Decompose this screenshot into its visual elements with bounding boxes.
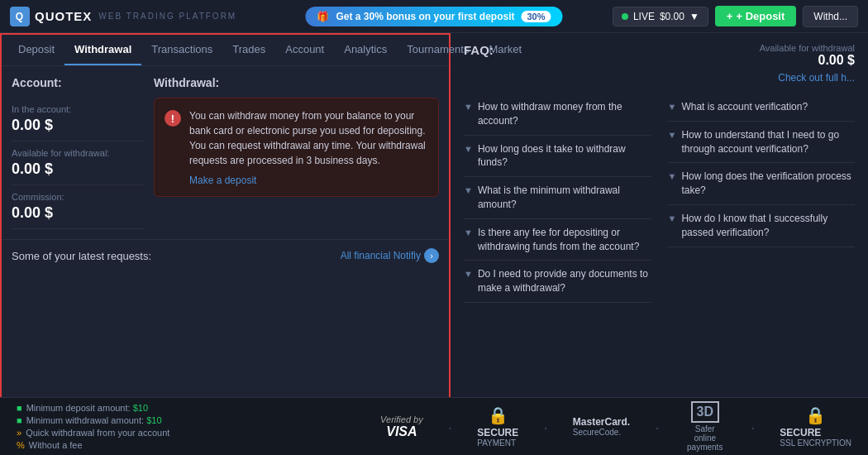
make-deposit-link[interactable]: Make a deposit — [189, 175, 428, 186]
dot-sep-4: · — [751, 419, 756, 435]
all-notif-label: All financial Notifiy — [341, 250, 421, 261]
faq-item-r1[interactable]: ▼ How to understand that I need to go th… — [668, 122, 856, 164]
faq-chevron-icon-1: ▼ — [464, 144, 473, 154]
tab-withdrawal[interactable]: Withdrawal — [64, 35, 141, 65]
withdrawal-title: Withdrawal: — [154, 76, 439, 89]
logo-icon: Q — [10, 7, 30, 26]
account-title: Account: — [12, 76, 144, 89]
verified-visa-text: Verified by VISA — [380, 414, 423, 439]
available-for-withdrawal-label: Available for withdrawal: — [12, 148, 144, 158]
ssl-secure-text: SECURE — [780, 427, 851, 438]
tab-account[interactable]: Account — [275, 35, 334, 65]
header-right: LIVE $0.00 ▼ + + Deposit Withd... — [613, 6, 858, 27]
available-item: Available for withdrawal: 0.00 $ — [12, 141, 144, 185]
main-content: Deposit Withdrawal Transactions Trades A… — [0, 33, 868, 455]
footer-icon-3: % — [17, 440, 25, 450]
mastercard-text: MasterCard. — [573, 416, 630, 428]
faq-text-r3: How do I know that I successfully passed… — [681, 212, 855, 240]
footer-text-0: Minimum deposit amount: $10 — [26, 403, 148, 413]
faq-item-4[interactable]: ▼ Do I need to provide any documents to … — [464, 261, 651, 303]
chevron-down-icon: ▼ — [689, 11, 699, 22]
3d-secure-badge: 3D Safer online payments — [684, 401, 726, 452]
lock-icon: 🔒 — [488, 405, 508, 425]
deposit-header-button[interactable]: + + Deposit — [715, 6, 796, 26]
plus-icon: + — [727, 10, 733, 22]
live-button[interactable]: LIVE $0.00 ▼ — [613, 7, 708, 26]
live-label: LIVE — [633, 11, 655, 22]
mastercard-badge: MasterCard. SecureCode. — [573, 416, 630, 437]
tab-transactions[interactable]: Transactions — [141, 35, 222, 65]
bonus-text: Get a 30% bonus on your first deposit — [336, 11, 514, 22]
securecode-label: SecureCode. — [573, 428, 630, 437]
secure-payment-badge: 🔒 SECURE PAYMENT — [477, 405, 518, 448]
payment-label: PAYMENT — [477, 438, 518, 448]
footer-item-3: % Without a fee — [17, 440, 169, 450]
faq-text-1: How long does it take to withdraw funds? — [478, 142, 651, 170]
faq-chevron-icon-0: ▼ — [464, 102, 473, 112]
right-panel: FAQ: Available for withdrawal 0.00 $ Che… — [451, 33, 868, 455]
available-for-withdrawal-value: 0.00 $ — [12, 160, 144, 178]
faq-item-0[interactable]: ▼ How to withdraw money from the account… — [464, 93, 651, 136]
withdrawal-info-box: ! You can withdraw money from your balan… — [154, 98, 439, 197]
withdraw-header-button[interactable]: Withd... — [803, 6, 858, 27]
faq-chevron-icon-r1: ▼ — [668, 130, 677, 140]
3d-icon: 3D — [691, 401, 719, 423]
tab-trades[interactable]: Trades — [222, 35, 275, 65]
in-account-value: 0.00 $ — [12, 117, 144, 134]
tab-deposit[interactable]: Deposit — [8, 35, 64, 65]
logo-text: QUOTEX — [35, 9, 92, 23]
verified-visa-badge: Verified by VISA — [380, 414, 423, 439]
all-financial-notif-link[interactable]: All financial Notifiy › — [341, 248, 439, 263]
commission-value: 0.00 $ — [12, 204, 144, 222]
bonus-banner-container: 🎁 Get a 30% bonus on your first deposit … — [305, 7, 562, 26]
panel-body: Account: In the account: 0.00 $ Availabl… — [2, 66, 449, 239]
faq-text-r0: What is account verification? — [681, 100, 808, 114]
faq-text-r2: How long does the verification process t… — [681, 170, 855, 198]
faq-title: FAQ: — [464, 43, 494, 57]
faq-col-left: ▼ How to withdraw money from the account… — [464, 93, 651, 303]
live-dot — [622, 13, 628, 20]
bonus-banner[interactable]: 🎁 Get a 30% bonus on your first deposit … — [305, 7, 562, 26]
footer-item-2: » Quick withdrawal from your account — [17, 428, 169, 438]
check-full-link[interactable]: Check out full h... — [778, 72, 855, 84]
footer-text-1: Minimum withdrawal amount: $10 — [26, 415, 162, 425]
faq-text-0: How to withdraw money from the account? — [478, 100, 651, 128]
footer: ■ Minimum deposit amount: $10 ■ Minimum … — [0, 397, 868, 455]
commission-label: Commission: — [12, 192, 144, 202]
footer-icon-0: ■ — [17, 403, 22, 413]
faq-chevron-icon-r0: ▼ — [668, 102, 677, 112]
warning-icon: ! — [165, 110, 181, 127]
in-account-item: In the account: 0.00 $ — [12, 98, 144, 141]
faq-chevron-icon-3: ▼ — [464, 228, 473, 237]
faq-columns: ▼ How to withdraw money from the account… — [464, 93, 855, 303]
logo: Q QUOTEX — [10, 7, 92, 26]
footer-icon-2: » — [17, 428, 21, 438]
tab-analytics[interactable]: Analytics — [334, 35, 397, 65]
commission-item: Commission: 0.00 $ — [12, 185, 144, 229]
faq-item-r0[interactable]: ▼ What is account verification? — [668, 93, 856, 122]
footer-badges: Verified by VISA · 🔒 SECURE PAYMENT · Ma… — [380, 401, 851, 452]
available-right: Available for withdrawal 0.00 $ Check ou… — [760, 43, 855, 84]
balance-value: $0.00 — [660, 11, 684, 22]
withdrawal-section: Withdrawal: ! You can withdraw money fro… — [154, 76, 439, 229]
visa-word: VISA — [380, 424, 423, 439]
withdraw-header-label: Withd... — [813, 11, 847, 22]
footer-left: ■ Minimum deposit amount: $10 ■ Minimum … — [17, 403, 169, 450]
ssl-label: SSL ENCRYPTION — [780, 438, 851, 448]
latest-requests-title: Some of your latest requests: — [12, 250, 151, 262]
footer-item-0: ■ Minimum deposit amount: $10 — [17, 403, 169, 413]
faq-item-3[interactable]: ▼ Is there any fee for depositing or wit… — [464, 219, 651, 261]
secure-payment-text: SECURE — [477, 427, 518, 438]
tabs: Deposit Withdrawal Transactions Trades A… — [2, 35, 449, 66]
footer-icon-1: ■ — [17, 415, 22, 425]
faq-item-r3[interactable]: ▼ How do I know that I successfully pass… — [668, 205, 856, 247]
faq-item-2[interactable]: ▼ What is the minimum withdrawal amount? — [464, 177, 651, 219]
left-panel: Deposit Withdrawal Transactions Trades A… — [0, 33, 451, 455]
ssl-badge: 🔒 SECURE SSL ENCRYPTION — [780, 405, 851, 448]
faq-chevron-icon-r2: ▼ — [668, 171, 677, 181]
3d-text: Safer online payments — [684, 424, 726, 452]
faq-item-1[interactable]: ▼ How long does it take to withdraw fund… — [464, 136, 651, 178]
faq-item-r2[interactable]: ▼ How long does the verification process… — [668, 163, 856, 205]
footer-item-1: ■ Minimum withdrawal amount: $10 — [17, 415, 169, 425]
header: Q QUOTEX WEB TRADING PLATFORM 🎁 Get a 30… — [0, 0, 868, 33]
